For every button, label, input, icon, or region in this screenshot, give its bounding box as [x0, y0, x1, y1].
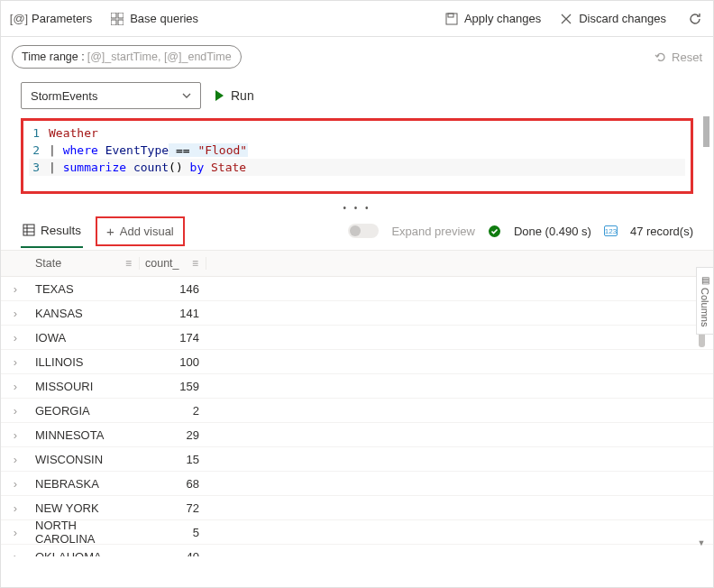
undo-icon: [654, 51, 666, 63]
table-row[interactable]: ›NORTH CAROLINA5: [1, 520, 713, 545]
cell-state: IOWA: [30, 331, 140, 345]
columns-icon: ▤: [700, 275, 710, 285]
cell-state: MINNESOTA: [30, 428, 140, 442]
svg-rect-3: [118, 20, 124, 25]
resize-grip[interactable]: • • •: [1, 203, 713, 212]
cell-state: WISCONSIN: [30, 453, 140, 466]
tab-results[interactable]: Results: [21, 215, 83, 248]
parameters-button[interactable]: [@] Parameters: [12, 12, 92, 26]
table-row[interactable]: ›NEW YORK72: [1, 496, 713, 520]
time-range-row: Time range : [@]_startTime , [@]_endTime…: [1, 37, 713, 77]
run-button[interactable]: Run: [215, 88, 254, 103]
table-row[interactable]: ›ILLINOIS100: [1, 350, 713, 374]
add-visual-button[interactable]: + Add visual: [96, 216, 185, 246]
lineno: 1: [29, 124, 49, 142]
plus-icon: +: [106, 224, 114, 239]
table-row[interactable]: ›KANSAS141: [1, 301, 713, 326]
check-circle-icon: [488, 225, 501, 238]
query-editor[interactable]: 1 Weather 2 | where EventType == "Flood"…: [21, 118, 693, 194]
time-range-start: [@]_startTime: [87, 51, 158, 63]
cell-count: 15: [140, 453, 206, 466]
column-header-count[interactable]: count_ ≡: [140, 257, 206, 270]
expand-icon[interactable]: ›: [1, 501, 30, 515]
expand-icon[interactable]: ›: [1, 404, 30, 418]
base-queries-button[interactable]: Base queries: [110, 12, 198, 26]
menu-icon[interactable]: ≡: [192, 257, 198, 270]
cell-count: 174: [140, 331, 206, 345]
cell-state: OKLAHOMA: [30, 550, 140, 557]
table-row[interactable]: ›MINNESOTA29: [1, 423, 713, 447]
table-icon: [23, 224, 35, 236]
parameters-label: Parameters: [32, 12, 92, 25]
expand-icon[interactable]: ›: [1, 380, 30, 393]
expand-icon[interactable]: ›: [1, 526, 30, 539]
table-row[interactable]: ›GEORGIA2: [1, 399, 713, 423]
table-row[interactable]: ›TEXAS146: [1, 277, 713, 301]
apply-changes-button[interactable]: Apply changes: [444, 12, 541, 26]
run-row: StormEvents Run: [1, 77, 713, 115]
results-table: State ≡ count_ ≡ ›TEXAS146›KANSAS141›IOW…: [1, 250, 713, 556]
discard-changes-label: Discard changes: [579, 12, 666, 25]
run-label: Run: [231, 88, 254, 103]
cell-state: NORTH CAROLINA: [30, 519, 140, 546]
expand-icon[interactable]: ›: [1, 453, 30, 466]
cell-state: KANSAS: [30, 307, 140, 320]
menu-icon[interactable]: ≡: [125, 257, 132, 270]
table-row[interactable]: ›IOWA174: [1, 326, 713, 350]
cell-count: 40: [140, 550, 206, 557]
time-range-pill[interactable]: Time range : [@]_startTime , [@]_endTime: [12, 45, 242, 69]
cell-count: 29: [140, 428, 206, 442]
top-toolbar: [@] Parameters Base queries Apply change…: [1, 1, 713, 37]
discard-changes-button[interactable]: Discard changes: [559, 12, 666, 26]
svg-rect-5: [448, 14, 453, 17]
reset-button[interactable]: Reset: [654, 51, 702, 64]
table-body: ›TEXAS146›KANSAS141›IOWA174›ILLINOIS100›…: [1, 277, 713, 556]
column-header-count-label: count_: [145, 257, 179, 270]
save-icon: [444, 12, 459, 26]
lineno: 3: [29, 159, 49, 176]
table-row[interactable]: ›OKLAHOMA40: [1, 545, 713, 556]
results-toolbar: Results + Add visual Expand preview Done…: [1, 212, 713, 250]
expand-icon[interactable]: ›: [1, 307, 30, 320]
lineno: 2: [29, 142, 49, 159]
time-range-label: Time range :: [22, 51, 85, 63]
time-range-end: [@]_endTime: [164, 51, 232, 63]
svg-rect-8: [23, 225, 34, 235]
table-row[interactable]: ›WISCONSIN15: [1, 447, 713, 472]
table-header: State ≡ count_ ≡: [1, 250, 713, 277]
table-row[interactable]: ›NEBRASKA68: [1, 472, 713, 496]
database-select[interactable]: StormEvents: [21, 82, 201, 109]
expand-icon[interactable]: ›: [1, 428, 30, 442]
code-line-1: 1 Weather: [29, 124, 685, 142]
cell-state: GEORGIA: [30, 404, 140, 418]
expand-icon[interactable]: ›: [1, 355, 30, 369]
cell-count: 100: [140, 355, 206, 369]
svg-rect-2: [111, 20, 116, 25]
chevron-down-icon: [182, 91, 191, 100]
cell-state: NEBRASKA: [30, 477, 140, 491]
expand-icon[interactable]: ›: [1, 282, 30, 296]
column-header-state-label: State: [35, 257, 61, 270]
scroll-down-icon[interactable]: ▼: [697, 538, 706, 547]
expand-icon[interactable]: ›: [1, 477, 30, 491]
expand-icon[interactable]: ›: [1, 331, 30, 345]
add-visual-label: Add visual: [120, 225, 174, 238]
refresh-icon[interactable]: [688, 12, 702, 26]
cell-count: 2: [140, 404, 206, 418]
column-header-state[interactable]: State ≡: [30, 257, 140, 270]
expand-preview-toggle[interactable]: [348, 224, 379, 238]
close-icon: [559, 12, 573, 26]
database-select-value: StormEvents: [31, 89, 97, 103]
code-line-3: 3 | summarize count() by State: [29, 159, 685, 176]
expand-icon[interactable]: ›: [1, 550, 30, 557]
cell-state: ILLINOIS: [30, 355, 140, 369]
svg-rect-0: [111, 13, 116, 18]
base-queries-label: Base queries: [130, 12, 198, 25]
cell-state: TEXAS: [30, 282, 140, 296]
editor-scroll-mark: [703, 116, 709, 147]
columns-label: Columns: [700, 288, 710, 326]
parameters-icon: [@]: [12, 12, 26, 26]
table-row[interactable]: ›MISSOURI159: [1, 374, 713, 399]
columns-side-tab[interactable]: ▤ Columns: [696, 267, 713, 335]
cell-count: 159: [140, 380, 206, 393]
